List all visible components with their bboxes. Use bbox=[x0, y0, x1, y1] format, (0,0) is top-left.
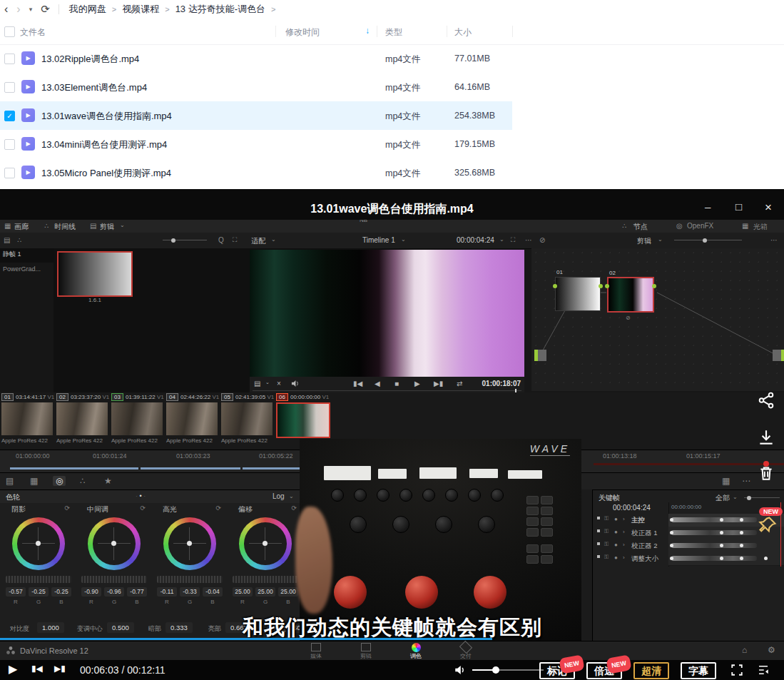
node-01[interactable]: 01 bbox=[555, 277, 601, 311]
options-icon[interactable]: ⋯ bbox=[770, 236, 778, 244]
keyframe-row[interactable]: ⚿ ● › 调整大小 bbox=[593, 552, 668, 565]
page-dots[interactable]: · • · bbox=[136, 492, 146, 499]
file-row[interactable]: ▶ 13.02Ripple调色台.mp4 mp4文件 77.01MB bbox=[0, 44, 512, 73]
clip-header[interactable]: 0402:44:26:22 V1 bbox=[166, 393, 219, 402]
value-g[interactable]: 25.00 bbox=[255, 587, 275, 597]
value-r[interactable]: 25.00 bbox=[233, 587, 253, 597]
expand-arrow[interactable]: › bbox=[623, 516, 625, 522]
lock-icon[interactable]: ⚿ bbox=[604, 515, 609, 522]
keyframe-mode-dot[interactable]: ● bbox=[614, 554, 618, 561]
param-value[interactable]: 0.500 bbox=[107, 622, 134, 633]
node-output-dot[interactable] bbox=[599, 284, 603, 288]
breadcrumb-my-drive[interactable]: 我的网盘 bbox=[69, 3, 106, 16]
lightbox-tab[interactable]: 光箱 bbox=[753, 222, 768, 232]
file-row[interactable]: ▶ 13.03Element调色台.mp4 mp4文件 64.16MB bbox=[0, 73, 512, 101]
file-name[interactable]: 13.03Element调色台.mp4 bbox=[41, 81, 147, 94]
nodes-tab[interactable]: 节点 bbox=[633, 222, 648, 232]
timeline-name-dropdown[interactable]: Timeline 1 bbox=[362, 236, 395, 244]
clip-thumbnail[interactable] bbox=[221, 402, 273, 435]
file-name[interactable]: 13.01wave调色台使用指南.mp4 bbox=[41, 110, 172, 123]
delete-icon[interactable] bbox=[757, 464, 775, 482]
home-icon[interactable]: ⌂ bbox=[742, 645, 747, 655]
reset-icon[interactable]: ⟳ bbox=[140, 504, 146, 512]
value-b[interactable]: -0.25 bbox=[51, 587, 71, 597]
node-graph[interactable]: 01 02 ⊘ bbox=[531, 248, 784, 391]
mode-dropdown[interactable]: Log bbox=[273, 492, 285, 500]
file-name[interactable]: 13.02Ripple调色台.mp4 bbox=[41, 53, 139, 66]
powergrade-album[interactable]: PowerGrad... bbox=[0, 263, 54, 275]
bypass-icon[interactable]: ⊘ bbox=[626, 315, 631, 321]
gamma-color-wheel[interactable] bbox=[88, 517, 141, 570]
row-checkbox[interactable] bbox=[4, 168, 15, 178]
row-checkbox[interactable] bbox=[4, 82, 15, 93]
value-b[interactable]: 25.00 bbox=[278, 587, 298, 597]
snapshot-icon[interactable]: ▦ bbox=[722, 476, 730, 486]
page-color-active[interactable]: 调色 bbox=[398, 643, 434, 660]
file-name[interactable]: 13.04mini调色台使用测评.mp4 bbox=[41, 138, 167, 151]
gain-master-wheel[interactable] bbox=[157, 576, 223, 583]
close-icon[interactable]: × bbox=[765, 201, 772, 215]
lift-master-wheel[interactable] bbox=[6, 576, 71, 583]
refresh-icon[interactable]: ⟳ bbox=[41, 3, 50, 16]
lift-color-wheel[interactable] bbox=[12, 517, 65, 570]
value-r[interactable]: -0.11 bbox=[157, 587, 177, 597]
keyframe-row[interactable]: ⚿ ● › 校正器 1 bbox=[593, 527, 668, 539]
node-input-dot[interactable] bbox=[605, 284, 609, 288]
select-all-checkbox[interactable] bbox=[4, 26, 15, 37]
page-edit[interactable]: 剪辑 bbox=[348, 643, 384, 660]
keyframe-row[interactable]: ⚿ ● › 校正器 2 bbox=[593, 539, 668, 552]
row-checkbox[interactable] bbox=[4, 139, 15, 150]
maximize-icon[interactable]: □ bbox=[735, 201, 742, 213]
unmix-icon[interactable]: × bbox=[277, 380, 281, 387]
volume-icon[interactable] bbox=[454, 664, 467, 676]
file-row[interactable]: ▶ 13.05Micro Panel使用测评.mp4 mp4文件 325.68M… bbox=[0, 158, 512, 187]
expand-arrow[interactable]: › bbox=[623, 542, 625, 548]
timeline-tab[interactable]: 时间线 bbox=[54, 222, 76, 232]
fit-dropdown[interactable]: 适配 bbox=[251, 236, 265, 246]
sort-desc-icon[interactable]: ↓ bbox=[365, 26, 370, 36]
monitor-icon[interactable]: ▤ bbox=[254, 380, 260, 387]
expand-arrow[interactable]: › bbox=[623, 554, 625, 561]
pin-icon[interactable] bbox=[758, 515, 778, 535]
lock-icon[interactable]: ⚿ bbox=[604, 541, 609, 548]
value-r[interactable]: -0.90 bbox=[81, 587, 101, 597]
timeline-clip-bar[interactable] bbox=[10, 467, 138, 470]
mark-button[interactable]: 标记NEW bbox=[539, 662, 575, 679]
enable-dot[interactable] bbox=[597, 542, 600, 545]
clip-header[interactable]: 0103:14:41:17 V1 bbox=[1, 393, 54, 402]
breadcrumb-current-folder[interactable]: 13 达芬奇技能-调色台 bbox=[175, 3, 265, 16]
page-deliver[interactable]: 交付 bbox=[448, 643, 484, 660]
file-row-selected[interactable]: ✓ ▶ 13.01wave调色台使用指南.mp4 mp4文件 254.38MB bbox=[0, 101, 512, 130]
value-g[interactable]: -0.96 bbox=[104, 587, 124, 597]
clip-thumbnail[interactable] bbox=[1, 402, 53, 435]
offset-master-wheel[interactable] bbox=[233, 576, 298, 583]
value-g[interactable]: -0.25 bbox=[29, 587, 49, 597]
clip-thumbnail-selected[interactable] bbox=[276, 402, 330, 438]
keyframe-track[interactable] bbox=[668, 552, 784, 566]
file-row[interactable]: ▶ 13.04mini调色台使用测评.mp4 mp4文件 179.15MB bbox=[0, 130, 512, 158]
panel-icon[interactable]: ▤ bbox=[4, 236, 10, 244]
subtitle-button[interactable]: 字幕 bbox=[681, 662, 716, 679]
loop-icon[interactable]: ⇄ bbox=[457, 380, 462, 387]
value-r[interactable]: -0.57 bbox=[6, 587, 26, 597]
keyframe-mode-dot[interactable]: ● bbox=[614, 516, 618, 522]
node-02-selected[interactable]: 02 ⊘ bbox=[607, 277, 654, 313]
lock-icon[interactable]: ⚿ bbox=[604, 528, 609, 535]
param-value[interactable]: 1.000 bbox=[37, 622, 64, 633]
keyframe-mode-dot[interactable]: ● bbox=[614, 529, 618, 535]
clip-header[interactable]: 0203:23:37:20 V1 bbox=[56, 393, 109, 402]
clip-header[interactable]: 0502:41:39:05 V1 bbox=[221, 393, 274, 402]
play-button[interactable]: ▶ bbox=[9, 662, 17, 676]
page-media[interactable]: 媒体 bbox=[298, 643, 334, 660]
palette-options-icon[interactable]: ⋯ bbox=[742, 476, 750, 486]
quality-button[interactable]: 超清 bbox=[633, 662, 669, 679]
goto-start-icon[interactable]: ▮◀ bbox=[353, 380, 362, 387]
source-input-node[interactable] bbox=[534, 350, 546, 361]
volume-handle[interactable] bbox=[492, 666, 499, 674]
keyframe-track[interactable] bbox=[668, 539, 784, 553]
lock-icon[interactable]: ⚿ bbox=[604, 554, 609, 561]
play-reverse-icon[interactable]: ◀ bbox=[375, 380, 380, 387]
speaker-icon[interactable] bbox=[291, 380, 299, 387]
node-output-dot[interactable] bbox=[652, 284, 656, 288]
expand-arrow[interactable]: › bbox=[623, 529, 625, 535]
